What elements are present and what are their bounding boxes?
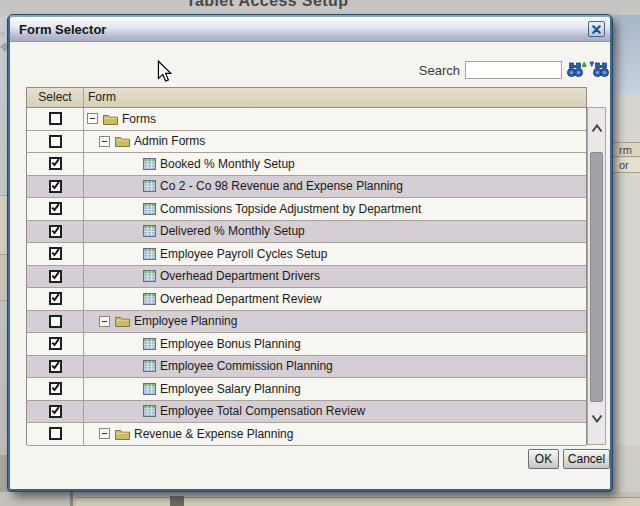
folder-icon: [103, 113, 118, 125]
row-checkbox[interactable]: [49, 405, 62, 418]
form-label: Employee Commission Planning: [160, 359, 333, 373]
table-row[interactable]: Employee Total Compensation Review: [27, 401, 586, 424]
search-label: Search: [395, 63, 460, 78]
table-row[interactable]: Overhead Department Review: [27, 288, 586, 311]
row-checkbox[interactable]: [49, 292, 62, 305]
search-next-icon[interactable]: [589, 60, 609, 78]
background-page-title: Tablet Access Setup: [186, 0, 348, 10]
dialog-titlebar[interactable]: Form Selector: [10, 17, 610, 42]
select-cell: [27, 266, 84, 288]
search-input[interactable]: [465, 61, 562, 79]
table-scrollbar[interactable]: [587, 107, 606, 445]
background-divider: [70, 492, 73, 506]
row-checkbox[interactable]: [49, 202, 62, 215]
table-row[interactable]: Booked % Monthly Setup: [27, 153, 586, 176]
scrollbar-thumb[interactable]: [590, 152, 603, 402]
background-artifact-icon: ○: [0, 29, 5, 39]
folder-label: Revenue & Expense Planning: [134, 427, 293, 441]
row-checkbox[interactable]: [49, 135, 62, 148]
form-icon: [143, 383, 156, 395]
folder-icon: [115, 315, 130, 327]
collapse-toggle-icon[interactable]: [99, 316, 110, 327]
select-cell: [27, 378, 84, 400]
form-label: Overhead Department Drivers: [160, 269, 320, 283]
row-checkbox[interactable]: [49, 360, 62, 373]
select-cell: [27, 311, 84, 333]
form-cell: Revenue & Expense Planning: [84, 423, 586, 445]
form-cell: Overhead Department Drivers: [84, 266, 586, 288]
close-icon: [592, 25, 601, 34]
table-body: FormsAdmin FormsBooked % Monthly SetupCo…: [27, 108, 586, 446]
form-label: Co 2 - Co 98 Revenue and Expense Plannin…: [160, 179, 403, 193]
select-cell: [27, 198, 84, 220]
table-row[interactable]: Admin Forms: [27, 131, 586, 154]
row-checkbox[interactable]: [49, 337, 62, 350]
folder-label: Forms: [122, 112, 156, 126]
form-icon: [143, 293, 156, 305]
table-row[interactable]: Commissions Topside Adjustment by Depart…: [27, 198, 586, 221]
select-cell: [27, 243, 84, 265]
form-icon: [143, 203, 156, 215]
form-label: Overhead Department Review: [160, 292, 321, 306]
background-bottom-strip: [0, 492, 640, 506]
table-row[interactable]: Co 2 - Co 98 Revenue and Expense Plannin…: [27, 176, 586, 199]
form-label: Employee Total Compensation Review: [160, 404, 365, 418]
table-row[interactable]: Employee Payroll Cycles Setup: [27, 243, 586, 266]
background-clipped-text: rm: [612, 142, 640, 157]
form-cell: Employee Planning: [84, 311, 586, 333]
table-row[interactable]: Employee Planning: [27, 311, 586, 334]
form-label: Employee Bonus Planning: [160, 337, 301, 351]
select-cell: [27, 423, 84, 445]
row-checkbox[interactable]: [49, 382, 62, 395]
folder-icon: [115, 428, 130, 440]
row-checkbox[interactable]: [49, 180, 62, 193]
ok-button[interactable]: OK: [528, 449, 559, 469]
select-cell: [27, 356, 84, 378]
background-panel: [76, 497, 640, 506]
form-table: Select Form FormsAdmin FormsBooked % Mon…: [26, 87, 587, 445]
form-label: Commissions Topside Adjustment by Depart…: [160, 202, 421, 216]
form-cell: Admin Forms: [84, 131, 586, 153]
cancel-button[interactable]: Cancel: [563, 449, 610, 469]
row-checkbox[interactable]: [49, 315, 62, 328]
table-row[interactable]: Delivered % Monthly Setup: [27, 221, 586, 244]
form-cell: Employee Salary Planning: [84, 378, 586, 400]
row-checkbox[interactable]: [49, 225, 62, 238]
scroll-up-icon[interactable]: [591, 124, 603, 133]
row-checkbox[interactable]: [49, 247, 62, 260]
select-cell: [27, 153, 84, 175]
table-row[interactable]: Overhead Department Drivers: [27, 266, 586, 289]
form-cell: Overhead Department Review: [84, 288, 586, 310]
select-cell: [27, 131, 84, 153]
close-button[interactable]: [588, 21, 605, 37]
form-cell: Delivered % Monthly Setup: [84, 221, 586, 243]
collapse-toggle-icon[interactable]: [99, 136, 110, 147]
collapse-toggle-icon[interactable]: [99, 428, 110, 439]
table-row[interactable]: Revenue & Expense Planning: [27, 423, 586, 446]
form-cell: Employee Bonus Planning: [84, 333, 586, 355]
form-icon: [143, 158, 156, 170]
row-checkbox[interactable]: [49, 157, 62, 170]
table-row[interactable]: Employee Commission Planning: [27, 356, 586, 379]
table-row[interactable]: Forms: [27, 108, 586, 131]
background-panel: [612, 15, 640, 95]
form-icon: [143, 270, 156, 282]
background-right-strip: rm or: [612, 15, 640, 506]
form-cell: Commissions Topside Adjustment by Depart…: [84, 198, 586, 220]
search-previous-icon[interactable]: [567, 60, 587, 78]
form-icon: [143, 180, 156, 192]
row-checkbox[interactable]: [49, 270, 62, 283]
collapse-toggle-icon[interactable]: [87, 113, 98, 124]
table-row[interactable]: Employee Salary Planning: [27, 378, 586, 401]
row-checkbox[interactable]: [49, 112, 62, 125]
column-header-form: Form: [84, 88, 586, 107]
table-header: Select Form: [27, 88, 586, 108]
folder-label: Employee Planning: [134, 314, 237, 328]
background-artifact: [170, 496, 184, 506]
table-row[interactable]: Employee Bonus Planning: [27, 333, 586, 356]
form-label: Employee Payroll Cycles Setup: [160, 247, 327, 261]
scroll-down-icon[interactable]: [591, 414, 603, 423]
row-checkbox[interactable]: [49, 427, 62, 440]
form-label: Delivered % Monthly Setup: [160, 224, 305, 238]
select-cell: [27, 401, 84, 423]
